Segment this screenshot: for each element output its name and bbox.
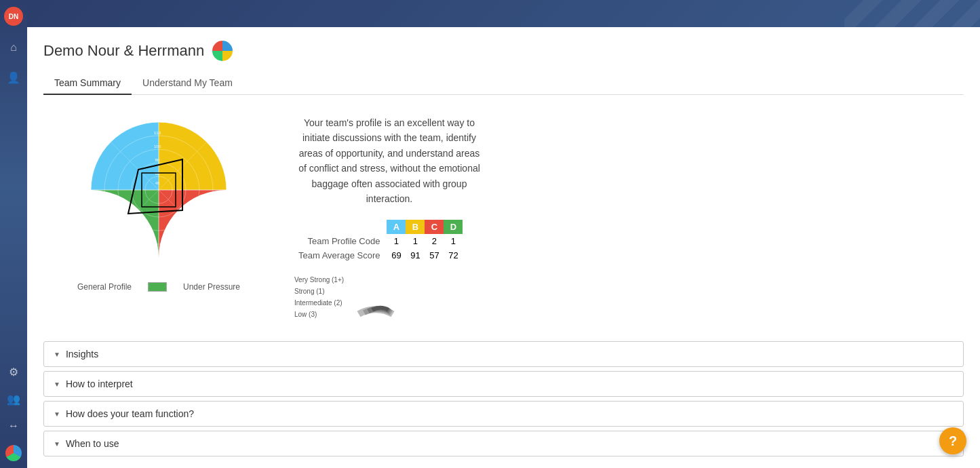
profile-c: 2 <box>425 234 444 248</box>
average-score-label: Team Average Score <box>294 248 387 262</box>
user-avatar[interactable]: DN <box>4 7 23 26</box>
accordion-interpret-header[interactable]: ▼ How to interpret <box>44 372 963 396</box>
help-button[interactable]: ? <box>939 427 966 454</box>
transfer-icon[interactable]: ↔ <box>5 418 22 434</box>
accordion-insights-header[interactable]: ▼ Insights <box>44 342 963 366</box>
arc-chart-svg <box>352 273 399 321</box>
tab-bar: Team Summary Understand My Team <box>43 72 964 95</box>
profile-a: 1 <box>387 234 406 248</box>
general-profile-box <box>148 282 167 292</box>
page-header: Demo Nour & Herrmann <box>43 41 964 61</box>
under-pressure-label: Under Pressure <box>183 282 240 292</box>
accordion-interpret-label: How to interpret <box>66 378 133 389</box>
average-b: 91 <box>406 248 425 262</box>
info-area: Your team's profile is an excellent way … <box>294 109 964 321</box>
svg-text:110: 110 <box>154 131 161 135</box>
accordion-insights-label: Insights <box>66 349 98 359</box>
tab-understand-my-team[interactable]: Understand My Team <box>132 72 243 95</box>
accordion-function-header[interactable]: ▼ How does your team function? <box>44 402 963 426</box>
arc-label-3: Low (3) <box>294 311 344 318</box>
score-header-empty <box>294 220 387 234</box>
accordion-insights: ▼ Insights <box>43 341 964 367</box>
arc-label-2: Intermediate (2) <box>294 299 344 307</box>
profile-b: 1 <box>406 234 425 248</box>
arc-label-0: Very Strong (1+) <box>294 276 344 284</box>
chart-legend: General Profile Under Pressure <box>77 282 240 292</box>
users-icon[interactable]: 👥 <box>5 391 22 407</box>
hbdi-logo-icon <box>212 41 233 61</box>
quad-d-header: D <box>444 220 463 234</box>
quad-c-header: C <box>425 220 444 234</box>
average-d: 72 <box>444 248 463 262</box>
arc-labels: Very Strong (1+) Strong (1) Intermediate… <box>294 276 344 318</box>
score-header-row: A B C D <box>294 220 463 234</box>
arc-label-1: Strong (1) <box>294 288 344 295</box>
profile-code-label: Team Profile Code <box>294 234 387 248</box>
profile-code-row: Team Profile Code 1 1 2 1 <box>294 234 463 248</box>
average-c: 57 <box>425 248 444 262</box>
accordion-function-label: How does your team function? <box>66 408 194 419</box>
accordion-when: ▼ When to use <box>43 431 964 456</box>
content-panel: Demo Nour & Herrmann Team Summary Unders… <box>27 27 980 468</box>
accordion-when-label: When to use <box>66 438 119 449</box>
average-score-row: Team Average Score 69 91 57 72 <box>294 248 463 262</box>
language-icon[interactable] <box>5 445 22 461</box>
accordion-interpret: ▼ How to interpret <box>43 371 964 397</box>
score-table: A B C D Team Profile Code 1 1 2 1 Team A… <box>294 220 463 262</box>
average-a: 69 <box>387 248 406 262</box>
svg-text:40: 40 <box>155 181 160 185</box>
accordion-function: ▼ How does your team function? <box>43 401 964 427</box>
quad-b-header: B <box>406 220 425 234</box>
svg-text:60: 60 <box>155 172 160 176</box>
chart-area: 120 110 100 80 60 40 General Profile <box>43 109 274 321</box>
under-pressure-legend: Under Pressure <box>183 282 240 292</box>
contacts-icon[interactable]: 👤 <box>5 69 22 85</box>
svg-text:80: 80 <box>155 158 160 162</box>
main-content: Demo Nour & Herrmann Team Summary Unders… <box>27 0 980 468</box>
accordion-insights-arrow: ▼ <box>54 351 60 358</box>
svg-text:100: 100 <box>154 144 161 149</box>
description-text: Your team's profile is an excellent way … <box>294 115 484 206</box>
quad-a-header: A <box>387 220 406 234</box>
page-title: Demo Nour & Herrmann <box>43 42 204 60</box>
accordion-when-arrow: ▼ <box>54 440 60 448</box>
profile-d: 1 <box>444 234 463 248</box>
general-profile-legend: General Profile <box>77 282 132 292</box>
general-profile-label: General Profile <box>77 282 132 292</box>
topbar <box>27 0 980 27</box>
arc-legend: Very Strong (1+) Strong (1) Intermediate… <box>294 273 964 321</box>
settings-icon[interactable]: ⚙ <box>5 364 22 380</box>
tab-team-summary[interactable]: Team Summary <box>43 72 132 95</box>
home-icon[interactable]: ⌂ <box>5 39 22 56</box>
accordion-when-header[interactable]: ▼ When to use <box>44 431 963 456</box>
sidebar: DN ⌂ 👤 ⚙ 👥 ↔ <box>0 0 27 468</box>
accordion-container: ▼ Insights ▼ How to interpret ▼ How does… <box>43 341 964 456</box>
accordion-interpret-arrow: ▼ <box>54 381 60 388</box>
svg-text:120: 120 <box>153 117 161 121</box>
main-layout: 120 110 100 80 60 40 General Profile <box>43 109 964 321</box>
brain-chart: 120 110 100 80 60 40 <box>77 109 240 271</box>
accordion-function-arrow: ▼ <box>54 410 60 418</box>
